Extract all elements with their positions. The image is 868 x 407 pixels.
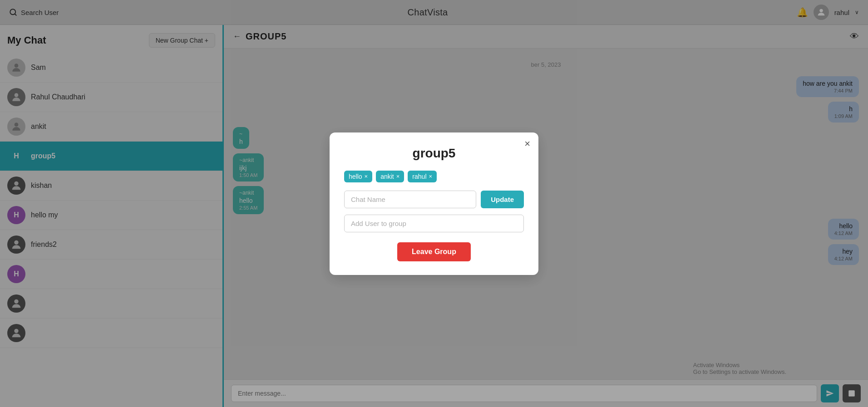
modal-title: group5 <box>344 146 524 161</box>
tag-rahul-remove[interactable]: × <box>429 173 433 179</box>
update-button[interactable]: Update <box>481 191 524 208</box>
tag-rahul: rahul × <box>408 171 437 182</box>
add-user-input[interactable] <box>344 215 524 232</box>
tag-ankit-label: ankit <box>380 173 394 180</box>
tag-hello: hello × <box>344 171 372 182</box>
modal-close-button[interactable]: × <box>524 139 530 149</box>
tag-ankit-remove[interactable]: × <box>396 173 400 179</box>
tag-rahul-label: rahul <box>412 173 426 180</box>
tag-hello-remove[interactable]: × <box>365 173 368 179</box>
chat-name-row: Update <box>344 191 524 208</box>
tag-ankit: ankit × <box>376 171 404 182</box>
leave-group-button[interactable]: Leave Group <box>397 242 471 261</box>
tag-hello-label: hello <box>349 173 362 180</box>
chat-name-input[interactable] <box>344 191 476 208</box>
modal-overlay: × group5 hello × ankit × rahul × Update <box>0 0 868 407</box>
modal-tags-container: hello × ankit × rahul × <box>344 171 524 182</box>
group-settings-modal: × group5 hello × ankit × rahul × Update <box>330 132 538 275</box>
